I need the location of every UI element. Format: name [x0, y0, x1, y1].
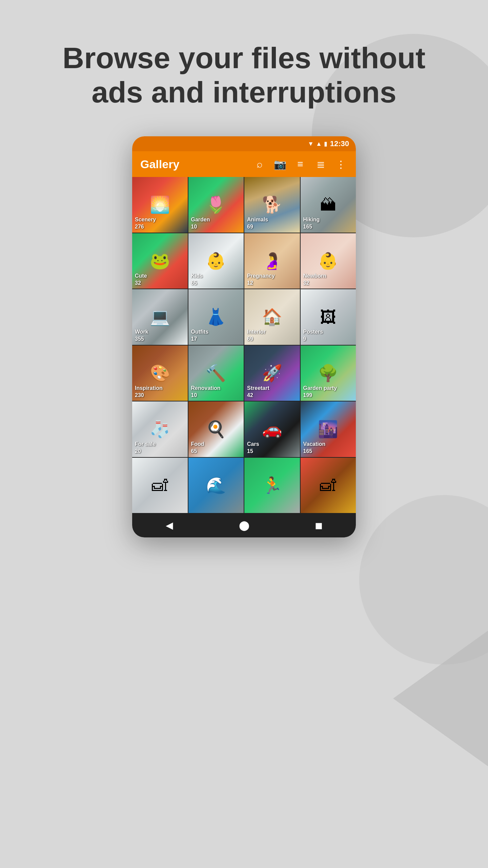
label-scenery: Scenery276 — [135, 216, 156, 231]
thumb-misc1: 🛋 — [132, 458, 188, 513]
sort2-button[interactable]: ≣ — [314, 157, 327, 171]
grid-item-scenery[interactable]: 🌅Scenery276 — [132, 177, 188, 233]
status-bar: ▼ ▲ ▮ 12:30 — [132, 136, 356, 151]
thumb-misc3: 🏃 — [244, 458, 300, 513]
more-button[interactable]: ⋮ — [334, 157, 348, 171]
battery-icon: ▮ — [324, 140, 327, 147]
grid-item-animals[interactable]: 🐕Animals69 — [244, 177, 300, 233]
grid-item-interior[interactable]: 🏠Interior69 — [244, 289, 300, 345]
grid-item-garden[interactable]: 🌷Garden10 — [188, 177, 244, 233]
label-forsale: For sale20 — [135, 441, 156, 455]
label-gardenparty: Garden party199 — [303, 385, 337, 399]
headline-text2: ads and interruptions — [92, 75, 396, 109]
photo-grid: 🌅Scenery276🌷Garden10🐕Animals69🏔Hiking165… — [132, 177, 356, 513]
grid-item-misc3[interactable]: 🏃 — [244, 458, 300, 513]
label-vacation: Vacation165 — [303, 441, 326, 455]
label-animals: Animals69 — [247, 216, 268, 231]
label-food: Food65 — [191, 441, 204, 455]
home-button[interactable]: ⬤ — [234, 518, 254, 532]
label-interior: Interior69 — [247, 329, 266, 343]
status-icons: ▼ ▲ ▮ — [308, 140, 327, 147]
thumb-misc4: 🛋 — [301, 458, 356, 513]
label-cute: Cute32 — [135, 273, 147, 287]
label-streetart: Streetart42 — [247, 385, 269, 399]
grid-item-inspiration[interactable]: 🎨Inspiration230 — [132, 346, 188, 401]
grid-item-misc4[interactable]: 🛋 — [301, 458, 356, 513]
label-kids: Kids65 — [191, 273, 203, 287]
label-work: Work355 — [135, 329, 148, 343]
label-cars: Cars15 — [247, 441, 259, 455]
grid-item-food[interactable]: 🍳Food65 — [188, 401, 244, 457]
label-newborn: Newborn32 — [303, 273, 326, 287]
grid-item-misc2[interactable]: 🌊 — [188, 458, 244, 513]
app-toolbar: Gallery ⌕ 📷 ≡ ≣ ⋮ — [132, 151, 356, 177]
grid-item-posters[interactable]: 🖼Posters9 — [301, 289, 356, 345]
label-pregnancy: Pregnancy12 — [247, 273, 275, 287]
label-inspiration: Inspiration230 — [135, 385, 163, 399]
nav-bar: ◀ ⬤ ◼ — [132, 513, 356, 537]
thumb-misc2: 🌊 — [188, 458, 244, 513]
grid-item-outfits[interactable]: 👗Outfits17 — [188, 289, 244, 345]
deco-triangle — [393, 631, 488, 766]
grid-item-newborn[interactable]: 👶Newborn32 — [301, 233, 356, 289]
signal-icon: ▲ — [316, 140, 322, 147]
headline-text: Browse your files without — [63, 41, 426, 75]
grid-item-misc1[interactable]: 🛋 — [132, 458, 188, 513]
wifi-icon: ▼ — [308, 140, 314, 147]
label-hiking: Hiking165 — [303, 216, 320, 231]
grid-item-renovation[interactable]: 🔨Renovation10 — [188, 346, 244, 401]
grid-item-cars[interactable]: 🚗Cars15 — [244, 401, 300, 457]
camera-button[interactable]: 📷 — [273, 157, 287, 171]
grid-item-pregnancy[interactable]: 🤰Pregnancy12 — [244, 233, 300, 289]
label-outfits: Outfits17 — [191, 329, 209, 343]
grid-item-work[interactable]: 💻Work355 — [132, 289, 188, 345]
headline: Browse your files without ads and interr… — [36, 41, 453, 109]
grid-item-gardenparty[interactable]: 🌳Garden party199 — [301, 346, 356, 401]
grid-item-vacation[interactable]: 🌆Vacation165 — [301, 401, 356, 457]
label-posters: Posters9 — [303, 329, 323, 343]
grid-item-streetart[interactable]: 🚀Streetart42 — [244, 346, 300, 401]
grid-item-kids[interactable]: 👶Kids65 — [188, 233, 244, 289]
back-button[interactable]: ◀ — [159, 518, 180, 532]
status-time: 12:30 — [330, 139, 349, 148]
grid-item-forsale[interactable]: 🧦For sale20 — [132, 401, 188, 457]
label-renovation: Renovation10 — [191, 385, 221, 399]
search-button[interactable]: ⌕ — [253, 157, 266, 171]
grid-item-cute[interactable]: 🐸Cute32 — [132, 233, 188, 289]
label-garden: Garden10 — [191, 216, 210, 231]
app-title: Gallery — [140, 158, 246, 171]
phone-mockup: ▼ ▲ ▮ 12:30 Gallery ⌕ 📷 ≡ ≣ ⋮ 🌅Scenery27… — [132, 136, 356, 537]
recents-button[interactable]: ◼ — [308, 518, 329, 532]
sort1-button[interactable]: ≡ — [293, 157, 307, 171]
grid-item-hiking[interactable]: 🏔Hiking165 — [301, 177, 356, 233]
